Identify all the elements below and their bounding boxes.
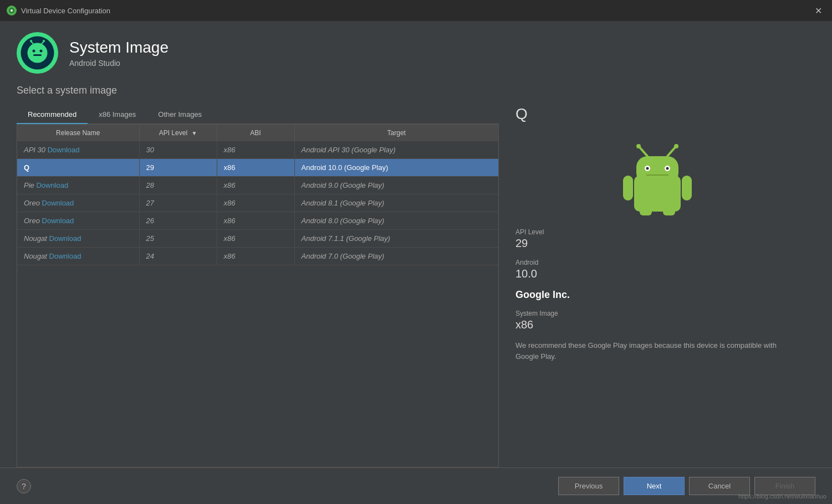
- close-button[interactable]: ✕: [811, 4, 825, 17]
- page-subtitle: Android Studio: [69, 59, 169, 68]
- cell-api: 30: [139, 141, 217, 159]
- cell-release: Nougat Download: [17, 248, 139, 265]
- cell-abi: x86: [217, 248, 294, 265]
- title-bar-text: Virtual Device Configuration: [21, 7, 811, 15]
- selected-release-label: Q: [515, 105, 528, 123]
- svg-point-20: [636, 144, 641, 148]
- svg-point-2: [11, 9, 13, 12]
- table-row[interactable]: Pie Download28x86Android 9.0 (Google Pla…: [17, 177, 498, 194]
- content-area: System Image Android Studio Select a sys…: [0, 21, 832, 467]
- title-bar: Virtual Device Configuration ✕: [0, 0, 832, 21]
- table-row[interactable]: Nougat Download25x86Android 7.1.1 (Googl…: [17, 230, 498, 248]
- col-api-level[interactable]: API Level ▼: [139, 125, 217, 141]
- recommend-text: We recommend these Google Play images be…: [515, 340, 799, 362]
- cell-target: Android 7.0 (Google Play): [294, 248, 498, 265]
- table-row[interactable]: Oreo Download26x86Android 8.0 (Google Pl…: [17, 212, 498, 230]
- api-level-value: 29: [515, 237, 799, 250]
- app-icon: [7, 6, 17, 16]
- cell-abi: x86: [217, 230, 294, 248]
- api-level-label: API Level: [515, 228, 799, 236]
- header: System Image Android Studio: [0, 21, 832, 85]
- info-section: API Level 29 Android 10.0 Google Inc. Sy…: [515, 228, 799, 362]
- cell-abi: x86: [217, 212, 294, 230]
- tabs-and-table: Recommended x86 Images Other Images Rele…: [17, 105, 815, 467]
- android-label: Android: [515, 259, 799, 266]
- tabs-container: Recommended x86 Images Other Images: [17, 105, 499, 124]
- download-link[interactable]: Download: [42, 199, 74, 207]
- download-link[interactable]: Download: [36, 181, 68, 189]
- svg-point-6: [33, 50, 35, 53]
- col-release-name: Release Name: [17, 125, 139, 141]
- cell-release: Pie Download: [17, 177, 139, 194]
- android-studio-logo: [17, 32, 58, 74]
- section-title: Select a system image: [17, 85, 815, 96]
- cell-api: 26: [139, 212, 217, 230]
- svg-line-19: [640, 147, 647, 156]
- svg-point-17: [646, 167, 649, 170]
- svg-rect-24: [682, 176, 692, 200]
- table-row[interactable]: Oreo Download27x86Android 8.1 (Google Pl…: [17, 194, 498, 212]
- cell-release: Oreo Download: [17, 194, 139, 212]
- cell-abi: x86: [217, 159, 294, 177]
- table-container: Release Name API Level ▼ ABI Target API …: [17, 124, 499, 467]
- cell-abi: x86: [217, 141, 294, 159]
- cell-release: Nougat Download: [17, 230, 139, 248]
- vendor-value: Google Inc.: [515, 289, 799, 301]
- footer-left: ?: [17, 479, 554, 493]
- sort-arrow-icon: ▼: [191, 130, 197, 136]
- cell-abi: x86: [217, 194, 294, 212]
- tab-otherimages[interactable]: Other Images: [147, 106, 213, 124]
- android-logo-area: [515, 140, 799, 217]
- cell-target: Android 10.0 (Google Play): [294, 159, 498, 177]
- left-panel: Recommended x86 Images Other Images Rele…: [17, 105, 499, 467]
- right-panel: Q: [499, 105, 815, 467]
- cell-release: Oreo Download: [17, 212, 139, 230]
- col-target: Target: [294, 125, 498, 141]
- svg-point-10: [30, 40, 32, 42]
- svg-point-22: [674, 144, 678, 148]
- cell-target: Android 7.1.1 (Google Play): [294, 230, 498, 248]
- download-link[interactable]: Download: [49, 234, 81, 243]
- svg-point-18: [666, 167, 668, 170]
- cell-target: Android 8.1 (Google Play): [294, 194, 498, 212]
- svg-rect-25: [640, 209, 652, 215]
- cell-api: 25: [139, 230, 217, 248]
- watermark: https://blog.csdn.net/wulixiaohuo: [738, 493, 826, 500]
- system-image-table: Release Name API Level ▼ ABI Target API …: [17, 125, 498, 265]
- svg-line-21: [667, 147, 675, 156]
- cell-release: API 30 Download: [17, 141, 139, 159]
- download-link[interactable]: Download: [48, 146, 80, 154]
- tab-recommended[interactable]: Recommended: [17, 106, 88, 124]
- table-row[interactable]: API 30 Download30x86Android API 30 (Goog…: [17, 141, 498, 159]
- cell-release: Q: [17, 159, 139, 177]
- cell-target: Android API 30 (Google Play): [294, 141, 498, 159]
- svg-rect-14: [636, 156, 678, 184]
- header-text: System Image Android Studio: [69, 39, 169, 68]
- help-button[interactable]: ?: [17, 479, 31, 493]
- svg-rect-23: [623, 176, 633, 200]
- cell-target: Android 9.0 (Google Play): [294, 177, 498, 194]
- system-image-value: x86: [515, 318, 799, 331]
- svg-rect-26: [663, 209, 675, 215]
- window: Virtual Device Configuration ✕ System I: [0, 0, 832, 504]
- android-value: 10.0: [515, 268, 799, 280]
- svg-point-12: [43, 40, 45, 42]
- table-row[interactable]: Nougat Download24x86Android 7.0 (Google …: [17, 248, 498, 265]
- main-area: Select a system image Recommended x86 Im…: [0, 85, 832, 467]
- download-link[interactable]: Download: [49, 252, 81, 260]
- page-title: System Image: [69, 39, 169, 56]
- previous-button[interactable]: Previous: [558, 477, 619, 495]
- col-abi: ABI: [217, 125, 294, 141]
- cell-abi: x86: [217, 177, 294, 194]
- svg-point-5: [28, 43, 48, 63]
- cell-api: 28: [139, 177, 217, 194]
- cell-api: 29: [139, 159, 217, 177]
- table-row[interactable]: Q29x86Android 10.0 (Google Play): [17, 159, 498, 177]
- cell-api: 27: [139, 194, 217, 212]
- footer: ? Previous Next Cancel Finish: [0, 467, 832, 504]
- next-button[interactable]: Next: [624, 477, 685, 495]
- download-link[interactable]: Download: [42, 217, 74, 225]
- android-robot-icon: [619, 140, 696, 217]
- cell-target: Android 8.0 (Google Play): [294, 212, 498, 230]
- tab-x86images[interactable]: x86 Images: [88, 106, 147, 124]
